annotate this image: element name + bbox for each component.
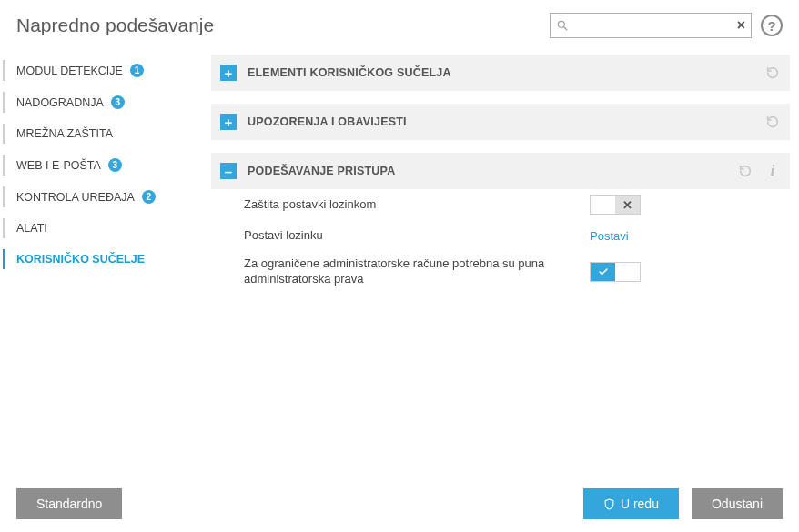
expand-icon[interactable]: + bbox=[220, 114, 237, 130]
cancel-button[interactable]: Odustani bbox=[692, 488, 783, 519]
default-button[interactable]: Standardno bbox=[16, 488, 122, 519]
row-set-password: Postavi lozinku Postavi bbox=[211, 220, 790, 251]
sidebar-item-label: ALATI bbox=[16, 222, 47, 235]
expand-icon[interactable]: + bbox=[220, 65, 237, 81]
section-alerts: + UPOZORENJA I OBAVIJESTI bbox=[211, 104, 790, 140]
row-label: Za ograničene administratorske račune po… bbox=[244, 256, 590, 287]
collapse-icon[interactable]: – bbox=[220, 163, 237, 179]
sidebar-item-label: KORISNIČKO SUČELJE bbox=[16, 253, 145, 266]
sidebar-item-label: MREŽNA ZAŠTITA bbox=[16, 127, 113, 140]
sidebar-item-web-email[interactable]: WEB I E-POŠTA 3 bbox=[0, 149, 191, 181]
check-icon bbox=[591, 263, 615, 281]
clear-search-icon[interactable]: × bbox=[737, 17, 745, 34]
search-box[interactable]: × bbox=[550, 13, 752, 38]
section-title: ELEMENTI KORISNIČKOG SUČELJA bbox=[248, 66, 753, 79]
sidebar-item-device-control[interactable]: KONTROLA UREĐAJA 2 bbox=[0, 181, 191, 213]
sidebar-item-label: WEB I E-POŠTA bbox=[16, 159, 101, 172]
toggle-full-admin[interactable] bbox=[590, 262, 641, 282]
set-password-link[interactable]: Postavi bbox=[590, 229, 629, 243]
info-icon[interactable]: i bbox=[764, 163, 781, 179]
sidebar-item-ui[interactable]: KORISNIČKO SUČELJE bbox=[0, 244, 191, 275]
reset-icon[interactable] bbox=[764, 65, 781, 81]
search-input[interactable] bbox=[569, 19, 737, 33]
footer: Standardno U redu Odustani bbox=[0, 476, 799, 532]
search-icon bbox=[556, 19, 569, 32]
badge: 2 bbox=[142, 190, 156, 204]
svg-line-1 bbox=[564, 27, 568, 31]
badge: 1 bbox=[130, 64, 144, 77]
svg-point-0 bbox=[558, 21, 564, 27]
content-panel: + ELEMENTI KORISNIČKOG SUČELJA + UPOZORE… bbox=[191, 51, 799, 469]
sidebar-item-update[interactable]: NADOGRADNJA 3 bbox=[0, 86, 191, 118]
reset-icon[interactable] bbox=[764, 114, 781, 130]
section-header[interactable]: – PODEŠAVANJE PRISTUPA i bbox=[211, 153, 790, 189]
section-title: PODEŠAVANJE PRISTUPA bbox=[248, 165, 726, 177]
section-header[interactable]: + UPOZORENJA I OBAVIJESTI bbox=[211, 104, 790, 140]
sidebar-item-label: MODUL DETEKCIJE bbox=[16, 65, 123, 77]
sidebar-item-label: NADOGRADNJA bbox=[16, 96, 104, 109]
page-title: Napredno podešavanje bbox=[16, 15, 550, 36]
badge: 3 bbox=[111, 95, 125, 109]
sidebar-item-tools[interactable]: ALATI bbox=[0, 213, 191, 244]
section-ui-elements: + ELEMENTI KORISNIČKOG SUČELJA bbox=[211, 55, 790, 91]
sidebar-item-detection[interactable]: MODUL DETEKCIJE 1 bbox=[0, 55, 191, 86]
badge: 3 bbox=[108, 158, 122, 172]
section-access: – PODEŠAVANJE PRISTUPA i Zaštita postavk… bbox=[211, 153, 790, 293]
reset-icon[interactable] bbox=[737, 163, 753, 179]
help-icon[interactable]: ? bbox=[761, 15, 783, 36]
section-title: UPOZORENJA I OBAVIJESTI bbox=[248, 115, 753, 128]
row-password-protect: Zaštita postavki lozinkom ✕ bbox=[211, 189, 790, 220]
sidebar-item-network[interactable]: MREŽNA ZAŠTITA bbox=[0, 118, 191, 149]
section-header[interactable]: + ELEMENTI KORISNIČKOG SUČELJA bbox=[211, 55, 790, 91]
toggle-password-protect[interactable]: ✕ bbox=[590, 195, 641, 215]
shield-icon bbox=[603, 498, 615, 510]
row-label: Zaštita postavki lozinkom bbox=[244, 197, 590, 213]
ok-button[interactable]: U redu bbox=[583, 488, 679, 519]
ok-button-label: U redu bbox=[621, 497, 659, 511]
sidebar: MODUL DETEKCIJE 1 NADOGRADNJA 3 MREŽNA Z… bbox=[0, 51, 191, 469]
row-full-admin: Za ograničene administratorske račune po… bbox=[211, 251, 790, 293]
row-label: Postavi lozinku bbox=[244, 228, 590, 244]
x-icon: ✕ bbox=[615, 196, 640, 214]
sidebar-item-label: KONTROLA UREĐAJA bbox=[16, 191, 135, 204]
